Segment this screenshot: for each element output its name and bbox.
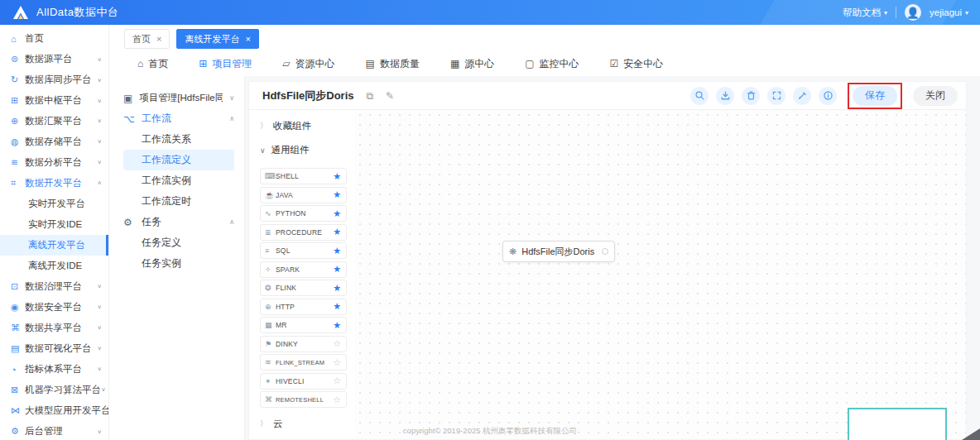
sidebar-item-llm-app-dev-platform[interactable]: ⋈大模型应用开发平台∨ [0, 400, 108, 421]
sidebar-item-home[interactable]: ⌂首页 [0, 28, 108, 49]
nav-monitor-center[interactable]: ▢监控中心 [525, 57, 579, 71]
sidebar-item-datasource-platform[interactable]: ⊜数据源平台∨ [0, 49, 108, 69]
star-outline-icon[interactable]: ☆ [333, 395, 341, 405]
component-flink[interactable]: ❂FLINK★ [260, 280, 347, 296]
breadcrumb-tabs: 首页× 离线开发平台× [109, 25, 980, 51]
component-java[interactable]: ☕JAVA★ [260, 187, 347, 203]
nav-project-management[interactable]: ⊞项目管理 [199, 57, 252, 71]
workflow-editor-card: HdfsFile同步Doris ⧉ ✎ [248, 81, 967, 440]
tree-group-workflow[interactable]: ⌥ 工作流 ∧ [123, 108, 238, 129]
star-icon[interactable]: ★ [333, 283, 341, 294]
sidebar-item-data-analysis-platform[interactable]: ≋数据分析平台∨ [0, 152, 108, 173]
download-button[interactable] [716, 87, 734, 105]
tree-item-task-definition[interactable]: 任务定义 [123, 232, 234, 253]
nav-data-quality[interactable]: ▤数据质量 [366, 57, 420, 71]
star-icon[interactable]: ★ [333, 246, 341, 256]
component-flink-stream[interactable]: ≋FLINK_STREAM☆ [260, 354, 347, 371]
content-area: 首页× 离线开发平台× ⌂首页 ⊞项目管理 ▱资源中心 ▤数据质量 ▦源中心 ▢… [109, 25, 980, 440]
workspace: ▣ 项目管理[HdfsFile同步Do... ∨ ⌥ 工作流 ∧ 工作流关系 工… [109, 76, 980, 440]
component-sql[interactable]: ≡SQL★ [260, 242, 347, 259]
data-storage-icon: ◍ [11, 136, 25, 147]
tree-group-task[interactable]: ⚙ 任务 ∧ [123, 212, 238, 232]
component-hivecli[interactable]: ✶HIVECLI☆ [260, 373, 347, 390]
star-outline-icon[interactable]: ☆ [333, 375, 341, 386]
help-docs-menu[interactable]: 帮助文档▾ [843, 7, 887, 19]
chevron-down-icon: ∨ [97, 366, 102, 372]
hivecli-icon: ✶ [265, 377, 276, 385]
star-icon[interactable]: ★ [333, 227, 341, 237]
sidebar-item-data-sharing-platform[interactable]: ⌘数据共享平台∨ [0, 318, 108, 338]
nav-home[interactable]: ⌂首页 [137, 57, 168, 71]
document-icon: ▤ [366, 58, 375, 69]
sidebar-item-data-aggregation-platform[interactable]: ⊕数据汇聚平台∨ [0, 111, 108, 132]
star-outline-icon[interactable]: ☆ [333, 338, 341, 349]
chevron-down-icon: ∨ [97, 160, 102, 165]
tab-offline-dev-platform[interactable]: 离线开发平台× [176, 29, 258, 49]
star-icon[interactable]: ★ [333, 208, 341, 219]
close-icon[interactable]: × [156, 34, 161, 44]
component-mr[interactable]: ▦MR★ [260, 317, 347, 333]
star-outline-icon[interactable]: ☆ [333, 357, 341, 368]
edit-icon[interactable]: ✎ [386, 90, 394, 102]
workflow-node-hdfsfile-sync-doris[interactable]: ❋ HdfsFile同步Doris [502, 241, 615, 262]
nav-source-center[interactable]: ▦源中心 [450, 57, 494, 71]
close-button[interactable]: 关闭 [913, 86, 958, 106]
shield-check-icon: ☑ [610, 58, 619, 69]
sidebar-item-admin[interactable]: ⚙后台管理∨ [0, 421, 108, 440]
canvas-minimap[interactable] [848, 408, 947, 440]
sidebar-item-data-hub-platform[interactable]: ⊞数据中枢平台∨ [0, 90, 108, 111]
sidebar-item-data-dev-platform[interactable]: ⌗数据开发平台∧ [0, 173, 108, 194]
source-icon: ▦ [450, 58, 459, 69]
chevron-down-icon: ∨ [97, 98, 102, 103]
star-icon[interactable]: ★ [333, 320, 341, 331]
tree-item-workflow-relation[interactable]: 工作流关系 [123, 129, 234, 150]
sidebar-item-ml-algorithm-platform[interactable]: ⊠机器学习算法平台∨ [0, 380, 108, 400]
sidebar-subitem-offline-dev-platform[interactable]: 离线开发平台 [0, 235, 108, 256]
project-selector[interactable]: ▣ 项目管理[HdfsFile同步Do... ∨ [123, 88, 238, 108]
data-aggregation-icon: ⊕ [11, 116, 25, 127]
save-button[interactable]: 保存 [853, 86, 897, 106]
procedure-icon: ≣ [265, 228, 276, 237]
node-output-port[interactable] [602, 248, 608, 255]
nav-security-center[interactable]: ☑安全中心 [610, 57, 664, 71]
sidebar-subitem-realtime-dev-ide[interactable]: 实时开发IDE [0, 214, 108, 235]
component-procedure[interactable]: ≣PROCEDURE★ [260, 224, 347, 241]
tree-item-workflow-schedule[interactable]: 工作流定时 [123, 191, 234, 212]
component-spark[interactable]: ✧SPARK★ [260, 261, 347, 278]
user-menu[interactable]: yejiagui▾ [930, 7, 968, 17]
sidebar-subitem-realtime-dev-platform[interactable]: 实时开发平台 [0, 194, 108, 214]
sidebar-item-data-governance-platform[interactable]: ⊡数据治理平台∨ [0, 276, 108, 297]
close-icon[interactable]: × [245, 34, 250, 44]
format-button[interactable] [793, 87, 811, 105]
sidebar-item-data-security-platform[interactable]: ◉数据安全平台∨ [0, 297, 108, 318]
cloud-components-section[interactable]: 〉 云 [260, 418, 347, 430]
canvas-search-button[interactable] [690, 87, 709, 105]
tree-item-workflow-definition[interactable]: 工作流定义 [123, 150, 234, 170]
sidebar-item-data-visualization-platform[interactable]: ▤数据可视化平台∨ [0, 338, 108, 359]
component-dinky[interactable]: ⚑DINKY☆ [260, 336, 347, 352]
sidebar-item-db-sync-platform[interactable]: ↻数据库同步平台∨ [0, 69, 108, 90]
user-avatar[interactable]: 👤 [905, 4, 921, 21]
component-http[interactable]: ⊕HTTP★ [260, 299, 347, 315]
tree-item-task-instance[interactable]: 任务实例 [123, 253, 234, 274]
fullscreen-button[interactable] [767, 87, 785, 105]
component-shell[interactable]: ⌨SHELL★ [260, 168, 347, 184]
star-icon[interactable]: ★ [333, 171, 341, 182]
tab-home[interactable]: 首页× [124, 29, 170, 49]
sidebar-item-indicator-system-platform[interactable]: ◔指标体系平台∨ [0, 359, 108, 380]
favorite-components-section[interactable]: 〉 收藏组件 [260, 120, 347, 132]
tree-item-workflow-instance[interactable]: 工作流实例 [123, 170, 234, 191]
copy-icon[interactable]: ⧉ [367, 90, 374, 102]
sidebar-item-data-storage-platform[interactable]: ◍数据存储平台∨ [0, 132, 108, 152]
component-python[interactable]: ∿PYTHON★ [260, 205, 347, 222]
nav-resource-center[interactable]: ▱资源中心 [282, 57, 334, 71]
star-icon[interactable]: ★ [333, 189, 341, 200]
delete-button[interactable] [742, 87, 760, 105]
star-icon[interactable]: ★ [333, 301, 341, 312]
info-button[interactable] [819, 87, 837, 105]
common-components-section[interactable]: ∨ 通用组件 [260, 144, 347, 156]
workflow-canvas[interactable]: ❋ HdfsFile同步Doris [355, 110, 966, 439]
sidebar-subitem-offline-dev-ide[interactable]: 离线开发IDE [0, 256, 108, 276]
star-icon[interactable]: ★ [333, 264, 341, 275]
component-remoteshell[interactable]: ⌘REMOTESHELL☆ [260, 391, 347, 408]
